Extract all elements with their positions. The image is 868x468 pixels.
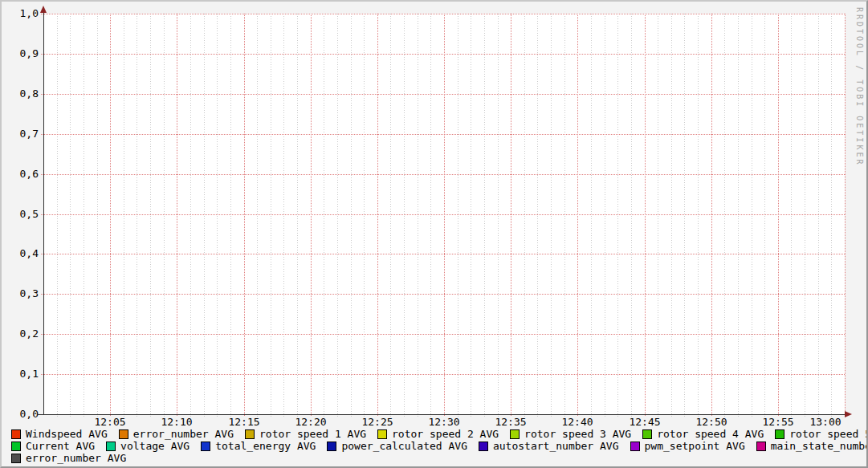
y-axis-line (43, 8, 44, 414)
grid-line-vertical-minor (97, 14, 98, 417)
grid-line-vertical-minor (217, 14, 218, 417)
grid-line-vertical-minor (498, 14, 499, 417)
grid-line-vertical-minor (752, 14, 752, 417)
legend-swatch (245, 429, 255, 439)
x-axis-label: 12:25 (353, 417, 401, 428)
grid-line-vertical-minor (190, 14, 191, 417)
legend-swatch (201, 442, 210, 451)
grid-line-vertical-major (177, 14, 177, 417)
grid-line-vertical-minor (257, 14, 258, 417)
legend-item: total_energy AVG (201, 441, 316, 452)
legend-item: main_state_number AVG (756, 441, 868, 452)
legend-item: Windspeed AVG (11, 429, 108, 440)
legend-swatch (775, 429, 784, 439)
grid-line-vertical-minor (324, 14, 324, 417)
legend-item: error_number AVG (11, 453, 126, 464)
grid-line-vertical-minor (430, 14, 431, 417)
grid-line-vertical-minor (684, 14, 685, 417)
grid-line-vertical-minor (524, 14, 525, 417)
grid-line-vertical-minor (204, 14, 205, 417)
y-axis-label: 0,1 (2, 368, 39, 380)
legend-swatch (756, 442, 766, 451)
x-axis-label: 12:45 (621, 417, 669, 428)
legend-swatch (510, 429, 520, 439)
grid-line-vertical-minor (137, 14, 137, 417)
grid-line-vertical-minor (591, 14, 592, 417)
grid-line-vertical-minor (605, 14, 605, 417)
watermark: RRDTOOL / TOBI OETIKER (855, 7, 864, 166)
legend-swatch (630, 442, 640, 451)
x-axis-label: 12:35 (487, 417, 535, 428)
grid-line-vertical-minor (390, 14, 391, 417)
grid-line-vertical-minor (537, 14, 538, 417)
grid-line-vertical-major (377, 14, 378, 417)
legend-swatch (327, 442, 336, 451)
legend-label: total_energy AVG (215, 441, 316, 452)
grid-line-vertical-major (645, 14, 646, 417)
grid-line-vertical-minor (471, 14, 471, 417)
legend-swatch (11, 442, 21, 451)
grid-line-horizontal-major (41, 254, 845, 254)
x-axis-label: 12:50 (687, 417, 736, 428)
grid-line-vertical-minor (418, 14, 418, 417)
grid-line-vertical-minor (564, 14, 565, 417)
legend-item: power_calculated AVG (327, 441, 467, 452)
grid-line-vertical-major (244, 14, 245, 417)
grid-line-vertical-minor (631, 14, 632, 417)
legend-item: autostart_number AVG (479, 441, 619, 452)
x-axis-label: 12:15 (220, 417, 268, 428)
legend-label: voltage AVG (120, 441, 189, 452)
grid-line-vertical-minor (671, 14, 672, 417)
y-axis-label: 0,6 (2, 169, 39, 180)
grid-line-vertical-minor (297, 14, 298, 417)
legend-swatch (11, 454, 21, 463)
x-axis-label: 12:05 (86, 417, 134, 428)
legend-item: rotor speed 5 AVG (775, 429, 868, 440)
grid-line-vertical-minor (484, 14, 485, 417)
grid-line-vertical-minor (458, 14, 458, 417)
legend-label: rotor speed 4 AVG (657, 429, 764, 440)
grid-line-horizontal-major (41, 94, 845, 95)
y-axis-label: 0,3 (2, 288, 39, 299)
grid-line-vertical-minor (738, 14, 739, 417)
grid-line-vertical-minor (698, 14, 699, 417)
grid-line-vertical-minor (150, 14, 151, 417)
y-axis-label: 0,2 (2, 328, 39, 340)
grid-line-vertical-minor (283, 14, 284, 417)
legend-row: Windspeed AVGerror_number AVGrotor speed… (11, 429, 868, 440)
grid-line-vertical-minor (805, 14, 805, 417)
x-axis-label: 12:40 (553, 417, 601, 428)
legend-swatch (11, 429, 21, 439)
grid-line-vertical-minor (724, 14, 725, 417)
x-axis-label: 13:00 (801, 417, 850, 428)
grid-line-vertical-major (444, 14, 445, 417)
grid-line-vertical-minor (337, 14, 338, 417)
y-axis-label: 0,4 (2, 248, 39, 259)
grid-line-vertical-minor (617, 14, 618, 417)
legend-label: rotor speed 3 AVG (524, 429, 631, 440)
grid-line-vertical-major (711, 14, 712, 417)
grid-line-vertical-minor (818, 14, 819, 417)
grid-line-vertical-minor (84, 14, 84, 417)
legend-item: voltage AVG (106, 441, 189, 452)
grid-line-vertical-minor (57, 14, 58, 417)
grid-line-vertical-minor (124, 14, 124, 417)
grid-line-vertical-major (511, 14, 511, 417)
grid-line-vertical-minor (404, 14, 405, 417)
legend-swatch (642, 429, 652, 439)
grid-line-vertical-minor (831, 14, 832, 417)
y-axis-label: 0,5 (2, 209, 39, 220)
legend-swatch (377, 429, 387, 439)
grid-line-horizontal-major (41, 134, 845, 135)
legend-swatch (106, 442, 116, 451)
legend-label: rotor speed 5 AVG (789, 429, 868, 440)
y-axis-label: 0,9 (2, 48, 39, 59)
legend-swatch (119, 429, 128, 439)
legend-item: rotor speed 1 AVG (245, 429, 366, 440)
y-axis-label: 0,8 (2, 88, 39, 100)
x-axis-label: 12:20 (287, 417, 335, 428)
legend-label: autostart_number AVG (493, 441, 619, 452)
legend-item: rotor speed 4 AVG (642, 429, 764, 440)
grid-line-horizontal-major (41, 294, 845, 295)
grid-line-vertical-major (778, 14, 779, 417)
